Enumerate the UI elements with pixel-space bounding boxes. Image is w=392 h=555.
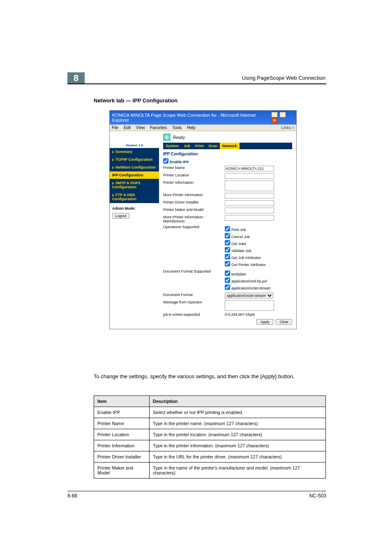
table-row: Printer NameType in the printer name. (m… bbox=[94, 418, 326, 429]
table-row: Printer InformationType in the printer i… bbox=[94, 440, 326, 451]
printer-maker-model-label: Printer Maker and Model bbox=[163, 208, 225, 212]
more-printer-info-manuf-label: More Printer Information - Manufacturer bbox=[163, 215, 225, 223]
printer-information-label: Printer Information bbox=[163, 180, 225, 185]
tab-scan[interactable]: Scan bbox=[206, 143, 220, 149]
menu-edit[interactable]: Edit bbox=[124, 125, 131, 130]
tab-job[interactable]: Job bbox=[181, 143, 193, 149]
menu-tools[interactable]: Tools bbox=[172, 125, 182, 130]
menu-favorites[interactable]: Favorites bbox=[150, 125, 167, 130]
job-k-octets-value: 0-4,294,967 Kbyte bbox=[225, 312, 255, 317]
window-title: KONICA MINOLTA Page Scope Web Connection… bbox=[112, 113, 271, 123]
op-get-job-attr[interactable]: Get Job Attributes bbox=[225, 254, 266, 260]
tab-network[interactable]: Network bbox=[220, 143, 240, 149]
section-title: Network tab — IPP Configuration bbox=[94, 97, 178, 104]
admin-mode-label: Admin Mode: bbox=[112, 206, 157, 210]
more-printer-info-input[interactable] bbox=[225, 193, 274, 199]
table-row: Printer LocationType in the printer loca… bbox=[94, 429, 326, 440]
apply-button[interactable]: Apply bbox=[256, 319, 273, 325]
page-number: 8-66 bbox=[67, 493, 77, 499]
menu-help[interactable]: Help bbox=[187, 125, 196, 130]
table-row: Printer Driver InstallerType in the URL … bbox=[94, 451, 326, 462]
document-format-label: Document Format bbox=[163, 293, 225, 297]
op-cancel-job[interactable]: Cancel Job bbox=[225, 233, 266, 239]
status-row: Ready bbox=[163, 134, 292, 141]
df-octet-stream[interactable]: application/octet-stream bbox=[225, 284, 271, 290]
browser-window: KONICA MINOLTA Page Scope Web Connection… bbox=[109, 110, 297, 329]
sidebar-item-summary[interactable]: Summary bbox=[110, 148, 159, 156]
document-format-supported-label: Document Format Supported bbox=[163, 269, 225, 273]
table-row: Printer Maker and ModelType in the name … bbox=[94, 462, 326, 479]
chapter-rule bbox=[67, 83, 326, 84]
tab-system[interactable]: System bbox=[163, 143, 181, 149]
printer-driver-installer-input[interactable] bbox=[225, 200, 274, 206]
running-head: Using PageScope Web Connection bbox=[242, 75, 325, 81]
operations-supported-label: Operations Supported bbox=[163, 225, 225, 229]
op-print-job[interactable]: Print Job bbox=[225, 226, 266, 232]
more-printer-info-manuf-input[interactable] bbox=[225, 215, 274, 221]
table-row: Enable IPPSelect whether or not IPP prin… bbox=[94, 407, 326, 418]
sidebar: Version 1.0 Summary TCP/IP Configuration… bbox=[110, 131, 159, 329]
menu-view[interactable]: View bbox=[136, 125, 145, 130]
printer-maker-model-input[interactable] bbox=[225, 208, 274, 213]
op-get-printer-attr[interactable]: Get Printer Attributes bbox=[225, 261, 266, 267]
form-title: IPP Configuration bbox=[163, 152, 292, 156]
window-titlebar: KONICA MINOLTA Page Scope Web Connection… bbox=[110, 111, 296, 125]
printer-name-input[interactable] bbox=[225, 166, 274, 171]
sidebar-item-ftpdns[interactable]: FTP & DNS Configuration bbox=[110, 191, 159, 203]
page-footer: 8-66 NC-503 bbox=[67, 491, 326, 499]
param-table: Item Description Enable IPPSelect whethe… bbox=[94, 395, 326, 479]
table-header-description: Description bbox=[150, 396, 326, 407]
sidebar-item-smtp[interactable]: SMTP & POP3 Configuration bbox=[110, 179, 159, 191]
printer-location-label: Printer Location bbox=[163, 173, 225, 177]
maximize-icon[interactable]: □ bbox=[279, 112, 286, 118]
version-label: Version 1.0 bbox=[110, 143, 159, 148]
menu-file[interactable]: File bbox=[112, 125, 118, 130]
sidebar-item-netware[interactable]: NetWare Configuration bbox=[110, 164, 159, 171]
logout-button[interactable]: Logout bbox=[112, 213, 129, 219]
printer-information-input[interactable] bbox=[225, 180, 274, 191]
printer-driver-installer-label: Printer Driver Installer bbox=[163, 200, 225, 204]
message-from-operator-label: Message from Operator bbox=[163, 300, 225, 304]
admin-block: Admin Mode: Logout bbox=[110, 203, 159, 329]
close-icon[interactable]: ✕ bbox=[271, 118, 278, 123]
op-get-jobs[interactable]: Get Jobs bbox=[225, 240, 266, 246]
status-text: Ready bbox=[173, 135, 185, 140]
op-validate-job[interactable]: Validate Job bbox=[225, 247, 266, 253]
enable-ipp-checkbox[interactable]: Enable IPP bbox=[163, 158, 189, 164]
printer-status-icon bbox=[163, 134, 171, 141]
links-label[interactable]: Links bbox=[281, 125, 291, 130]
window-buttons: _ □ ✕ bbox=[271, 112, 294, 123]
printer-name-label: Printer Name bbox=[163, 166, 225, 170]
chapter-number: 8 bbox=[67, 72, 85, 84]
sidebar-item-ipp[interactable]: IPP Configuration bbox=[110, 171, 159, 179]
tabs: System Job Print Scan Network bbox=[163, 143, 292, 149]
clear-button[interactable]: Clear bbox=[276, 319, 292, 325]
content-pane: Ready System Job Print Scan Network IPP … bbox=[159, 131, 296, 329]
printer-location-input[interactable] bbox=[225, 173, 274, 179]
tab-print[interactable]: Print bbox=[193, 143, 206, 149]
document-format-select[interactable]: application/octet-stream bbox=[225, 293, 273, 298]
ie-menubar: File Edit View Favorites Tools Help Link… bbox=[110, 125, 296, 131]
job-k-octets-label: job-k-octets-supported bbox=[163, 312, 225, 317]
intro-text: To change the settings, specify the vari… bbox=[94, 373, 326, 380]
table-header-item: Item bbox=[94, 396, 150, 407]
more-printer-info-label: More Printer Information bbox=[163, 193, 225, 197]
df-vnd-hp-pcl[interactable]: application/vnd.hp-pcl bbox=[225, 277, 271, 283]
sidebar-item-tcpip[interactable]: TCP/IP Configuration bbox=[110, 156, 159, 164]
message-from-operator-input[interactable] bbox=[225, 300, 274, 311]
model-number: NC-503 bbox=[309, 493, 326, 499]
minimize-icon[interactable]: _ bbox=[271, 112, 278, 118]
df-text-plain[interactable]: text/plain bbox=[225, 270, 271, 276]
